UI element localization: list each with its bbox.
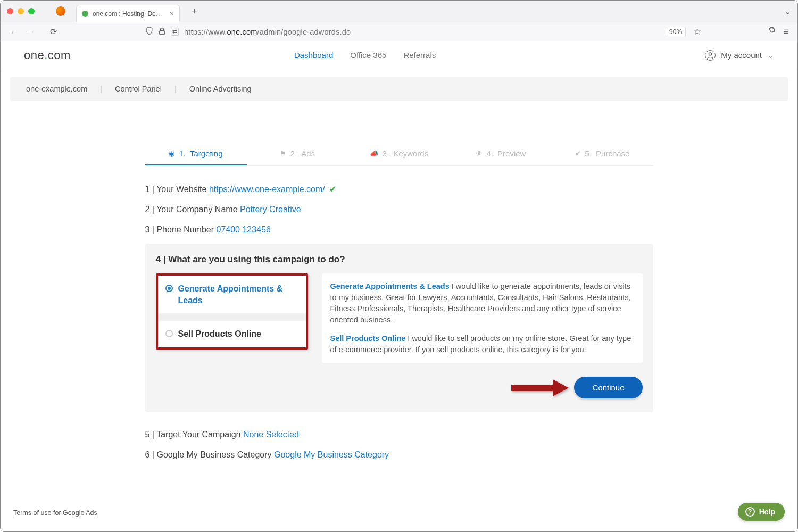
campaign-type-panel: 4 | What are you using this campaign to …	[145, 244, 653, 412]
page-content: one-example.com | Control Panel | Online…	[1, 69, 797, 461]
logo-text-com: com	[48, 48, 71, 62]
question-website: 1 | Your Website https://www.one-example…	[145, 183, 653, 196]
url-field[interactable]: ⇄ https://www.one.com/admin/google-adwor…	[65, 27, 658, 37]
lock-icon[interactable]	[159, 27, 165, 37]
breadcrumb-domain[interactable]: one-example.com	[26, 85, 87, 93]
q2-value[interactable]: Pottery Creative	[240, 205, 301, 214]
q6-label: 6 | Google My Business Category	[145, 450, 275, 459]
account-menu[interactable]: My account ⌄	[705, 50, 774, 61]
minimize-window-icon[interactable]	[18, 8, 24, 14]
option1-label: Generate Appointments & Leads	[178, 283, 298, 306]
site-header: one.com Dashboard Office 365 Referrals M…	[1, 41, 797, 69]
svg-rect-2	[511, 385, 553, 391]
radio-selected-icon	[165, 285, 173, 292]
question-target: 5 | Target Your Campaign None Selected	[145, 428, 653, 441]
q6-value[interactable]: Google My Business Category	[274, 450, 389, 459]
flag-icon: ⚑	[280, 149, 286, 157]
q5-label: 5 | Target Your Campaign	[145, 430, 243, 439]
url-prefix: https://www.	[184, 28, 227, 36]
step-ads[interactable]: ⚑ 2. Ads	[247, 144, 348, 165]
svg-marker-3	[553, 379, 569, 396]
target-icon: ◉	[169, 149, 174, 157]
wizard: ◉ 1. Targeting ⚑ 2. Ads 📣 3. Keywords 👁 …	[145, 144, 653, 461]
step-label: Preview	[497, 149, 526, 158]
browser-tab[interactable]: one.com : Hosting, Domain, Em… ×	[76, 5, 180, 22]
step-keywords[interactable]: 📣 3. Keywords	[348, 144, 450, 165]
new-tab-button[interactable]: +	[192, 6, 197, 17]
campaign-options-highlight: Generate Appointments & Leads Sell Produ…	[156, 273, 308, 350]
nav-dashboard[interactable]: Dashboard	[294, 51, 333, 60]
url-host: one.com	[227, 28, 257, 36]
option-sell-products[interactable]: Sell Products Online	[158, 321, 306, 347]
maximize-window-icon[interactable]	[28, 8, 35, 14]
radio-unselected-icon	[165, 330, 173, 337]
url-text: https://www.one.com/admin/google-adwords…	[184, 28, 351, 36]
extensions-icon[interactable]	[767, 26, 776, 38]
q3-value[interactable]: 07400 123456	[217, 225, 271, 234]
breadcrumb: one-example.com | Control Panel | Online…	[10, 77, 788, 101]
help-button[interactable]: ? Help	[738, 503, 785, 521]
svg-point-1	[709, 52, 712, 55]
url-path: /admin/google-adwords.do	[257, 28, 351, 36]
zoom-badge[interactable]: 90%	[666, 27, 686, 37]
tab-title: one.com : Hosting, Domain, Em…	[93, 10, 165, 18]
hamburger-menu-icon[interactable]: ≡	[784, 27, 789, 37]
user-icon	[705, 50, 716, 61]
question-company: 2 | Your Company Name Pottery Creative	[145, 203, 653, 216]
option2-label: Sell Products Online	[178, 328, 261, 340]
megaphone-icon: 📣	[370, 149, 378, 157]
step-purchase[interactable]: ✔ 5. Purchase	[552, 144, 653, 165]
step-num: 3.	[383, 149, 389, 158]
q3-label: 3 | Phone Number	[145, 225, 217, 234]
step-targeting[interactable]: ◉ 1. Targeting	[145, 144, 247, 165]
permissions-icon[interactable]: ⇄	[171, 28, 179, 36]
question-phone: 3 | Phone Number 07400 123456	[145, 223, 653, 236]
back-button[interactable]: ←	[9, 27, 19, 37]
chevron-down-icon: ⌄	[767, 51, 774, 60]
help-label: Help	[759, 508, 775, 516]
terms-link[interactable]: Terms of use for Google Ads	[13, 509, 97, 517]
annotation-arrow-icon	[511, 378, 570, 397]
breadcrumb-section[interactable]: Online Advertising	[189, 85, 252, 93]
q4-title: 4 | What are you using this campaign to …	[156, 254, 643, 265]
logo[interactable]: one.com	[24, 48, 71, 62]
close-window-icon[interactable]	[7, 8, 13, 14]
main-nav: Dashboard Office 365 Referrals	[294, 51, 436, 60]
campaign-descriptions: Generate Appointments & Leads I would li…	[322, 273, 643, 363]
nav-referrals[interactable]: Referrals	[403, 51, 436, 60]
continue-button[interactable]: Continue	[574, 377, 642, 398]
step-label: Keywords	[393, 149, 428, 158]
breadcrumb-separator: |	[100, 85, 102, 93]
forward-button: →	[26, 27, 36, 37]
step-preview[interactable]: 👁 4. Preview	[450, 144, 552, 165]
checkmark-icon: ✔	[329, 185, 336, 194]
breadcrumb-separator: |	[174, 85, 177, 93]
firefox-icon	[56, 6, 65, 16]
q2-label: 2 | Your Company Name	[145, 205, 240, 214]
shield-icon[interactable]	[145, 27, 153, 37]
logo-dot: .	[44, 48, 48, 62]
bookmark-icon[interactable]: ☆	[693, 26, 701, 37]
nav-office365[interactable]: Office 365	[350, 51, 386, 60]
desc2-title: Sell Products Online	[330, 334, 406, 343]
q1-value[interactable]: https://www.one-example.com/	[209, 185, 325, 194]
tab-bar: one.com : Hosting, Domain, Em… × + ⌄	[1, 1, 797, 22]
reload-button[interactable]: ⟳	[48, 27, 58, 37]
q5-value[interactable]: None Selected	[243, 430, 299, 439]
step-label: Targeting	[190, 149, 223, 158]
check-circle-icon: ✔	[575, 149, 581, 157]
q1-label: 1 | Your Website	[145, 185, 209, 194]
questions: 1 | Your Website https://www.one-example…	[145, 183, 653, 461]
address-bar: ← → ⟳ ⇄ https://www.one.com/admin/google…	[1, 22, 797, 41]
breadcrumb-control-panel[interactable]: Control Panel	[115, 85, 162, 93]
browser-chrome: one.com : Hosting, Domain, Em… × + ⌄ ← →…	[1, 1, 797, 41]
step-label: Ads	[301, 149, 315, 158]
step-num: 2.	[290, 149, 297, 158]
step-num: 5.	[585, 149, 592, 158]
question-gmb-category: 6 | Google My Business Category Google M…	[145, 448, 653, 461]
tab-close-icon[interactable]: ×	[170, 10, 174, 18]
tabs-dropdown-icon[interactable]: ⌄	[784, 6, 791, 16]
step-tabs: ◉ 1. Targeting ⚑ 2. Ads 📣 3. Keywords 👁 …	[145, 144, 653, 166]
tab-favicon-icon	[82, 11, 88, 17]
option-appointments-leads[interactable]: Generate Appointments & Leads	[158, 276, 306, 313]
